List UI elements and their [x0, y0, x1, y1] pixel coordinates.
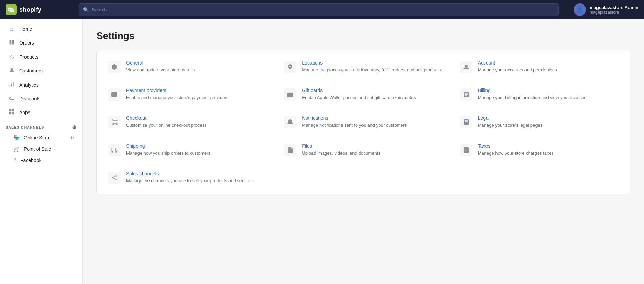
gift-cards-desc: Enable Apple Wallet passes and set gift …	[302, 95, 442, 101]
user-area: 👤 mageplazastore Admin mageplazastore	[563, 3, 638, 16]
legal-title: Legal	[478, 115, 619, 121]
svg-rect-10	[9, 112, 11, 114]
svg-point-4	[11, 68, 13, 70]
sidebar-item-orders-label: Orders	[19, 40, 34, 46]
taxes-icon	[460, 144, 472, 156]
search-input[interactable]	[92, 7, 554, 12]
general-desc: View and update your store details	[126, 67, 267, 73]
sidebar-item-apps[interactable]: Apps	[3, 106, 80, 119]
online-store-icon: 🏪	[14, 135, 20, 140]
search-bar[interactable]: 🔍	[79, 3, 559, 16]
svg-rect-3	[12, 42, 14, 45]
sidebar-item-pos-label: Point of Sale	[24, 146, 51, 152]
legal-desc: Manage your store's legal pages	[478, 122, 619, 128]
avatar[interactable]: 👤	[574, 3, 586, 16]
checkout-title: Checkout	[126, 115, 267, 121]
svg-point-20	[115, 151, 117, 153]
gift-cards-content: Gift cards Enable Apple Wallet passes an…	[302, 88, 442, 101]
svg-rect-9	[12, 109, 14, 111]
shipping-content: Shipping Manage how you ship orders to c…	[126, 143, 267, 156]
settings-item-notifications[interactable]: Notifications Manage notifications sent …	[275, 108, 451, 136]
facebook-left: 𝕗 Facebook	[14, 158, 41, 163]
shipping-title: Shipping	[126, 143, 267, 149]
checkout-content: Checkout Customize your online checkout …	[126, 115, 267, 128]
sidebar-item-customers[interactable]: Customers	[3, 64, 80, 78]
settings-item-legal[interactable]: Legal Manage your store's legal pages	[451, 108, 627, 136]
view-online-store-icon[interactable]: 👁	[70, 135, 74, 140]
facebook-icon: 𝕗	[14, 158, 16, 163]
settings-item-gift-cards[interactable]: Gift cards Enable Apple Wallet passes an…	[275, 80, 451, 108]
svg-rect-18	[464, 119, 469, 125]
svg-rect-0	[10, 40, 12, 42]
sidebar-item-home[interactable]: ⌂ Home	[3, 22, 80, 36]
pos-left: 🛒 Point of Sale	[14, 146, 51, 152]
settings-item-billing[interactable]: Billing Manage your billing information …	[451, 80, 627, 108]
settings-item-payment-providers[interactable]: Payment providers Enable and manage your…	[100, 80, 275, 108]
sidebar-item-online-store[interactable]: 🏪 Online Store 👁	[3, 132, 80, 143]
sidebar-item-discounts[interactable]: 🏷 Discounts	[3, 92, 80, 105]
shipping-desc: Manage how you ship orders to customers	[126, 150, 267, 156]
files-content: Files Upload images, videos, and documen…	[302, 143, 442, 156]
general-content: General View and update your store detai…	[126, 60, 267, 73]
files-icon	[284, 144, 296, 156]
locations-icon	[284, 61, 296, 73]
home-icon: ⌂	[8, 26, 15, 32]
sidebar-item-facebook[interactable]: 𝕗 Facebook	[3, 155, 80, 166]
payment-providers-icon	[108, 88, 121, 101]
sales-channels-header: SALES CHANNELS ⊕	[0, 120, 82, 132]
sidebar-item-home-label: Home	[19, 26, 32, 32]
sidebar-item-products[interactable]: ◇ Products	[3, 50, 80, 63]
discounts-icon: 🏷	[8, 96, 15, 102]
sales-channels-content: Sales channels Manage the channels you u…	[126, 171, 267, 184]
notifications-icon	[284, 116, 296, 128]
settings-item-general[interactable]: General View and update your store detai…	[100, 53, 275, 80]
apps-icon	[8, 109, 15, 116]
sidebar-item-orders[interactable]: Orders	[3, 36, 80, 50]
svg-point-23	[115, 175, 117, 177]
settings-item-taxes[interactable]: Taxes Manage how your store charges taxe…	[451, 136, 627, 164]
taxes-title: Taxes	[478, 143, 619, 149]
shopify-logo-icon: 🛍	[6, 4, 17, 15]
layout: ⌂ Home Orders ◇ Products Customers Analy…	[0, 19, 644, 284]
sidebar-item-online-store-label: Online Store	[24, 135, 51, 140]
taxes-desc: Manage how your store charges taxes	[478, 150, 619, 156]
settings-item-files[interactable]: Files Upload images, videos, and documen…	[275, 136, 451, 164]
notifications-title: Notifications	[302, 115, 442, 121]
settings-item-checkout[interactable]: Checkout Customize your online checkout …	[100, 108, 275, 136]
settings-item-account[interactable]: Account Manage your accounts and permiss…	[451, 53, 627, 80]
locations-content: Locations Manage the places you stock in…	[302, 60, 442, 73]
account-desc: Manage your accounts and permissions	[478, 67, 619, 73]
main-content: Settings General View and update your st…	[83, 19, 644, 284]
topnav: 🛍 shopify 🔍 👤 mageplazastore Admin magep…	[0, 0, 644, 19]
billing-title: Billing	[478, 88, 619, 93]
checkout-desc: Customize your online checkout process	[126, 122, 267, 128]
settings-item-shipping[interactable]: Shipping Manage how you ship orders to c…	[100, 136, 275, 164]
general-title: General	[126, 60, 267, 66]
billing-desc: Manage your billing information and view…	[478, 95, 619, 101]
sales-channels-desc: Manage the channels you use to sell your…	[126, 178, 267, 184]
settings-item-locations[interactable]: Locations Manage the places you stock in…	[275, 53, 451, 80]
sidebar-item-point-of-sale[interactable]: 🛒 Point of Sale	[3, 144, 80, 155]
sidebar-item-products-label: Products	[19, 54, 38, 60]
sidebar-item-apps-label: Apps	[19, 110, 30, 115]
add-sales-channel-icon[interactable]: ⊕	[72, 124, 77, 130]
online-store-left: 🏪 Online Store	[14, 135, 51, 140]
sidebar-item-analytics[interactable]: Analytics	[3, 78, 80, 92]
svg-point-24	[115, 179, 117, 180]
locations-desc: Manage the places you stock inventory, f…	[302, 67, 442, 73]
notifications-desc: Manage notifications sent to you and you…	[302, 122, 442, 128]
svg-rect-6	[11, 84, 12, 86]
logo-text: shopify	[19, 6, 41, 13]
svg-point-22	[112, 177, 113, 178]
payment-providers-desc: Enable and manage your store's payment p…	[126, 95, 267, 101]
account-icon	[460, 61, 472, 73]
files-title: Files	[302, 143, 442, 149]
settings-item-sales-channels[interactable]: Sales channels Manage the channels you u…	[100, 164, 275, 191]
svg-rect-14	[111, 94, 117, 95]
legal-icon	[460, 116, 472, 128]
svg-rect-5	[10, 85, 10, 87]
account-content: Account Manage your accounts and permiss…	[478, 60, 619, 73]
locations-title: Locations	[302, 60, 442, 66]
files-desc: Upload images, videos, and documents	[302, 150, 442, 156]
general-icon	[108, 61, 121, 73]
